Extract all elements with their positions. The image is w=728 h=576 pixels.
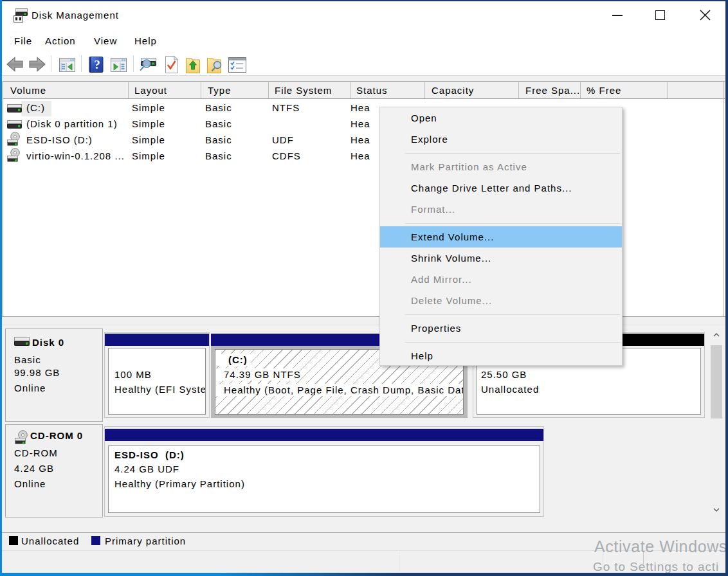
- svg-text:?: ?: [94, 58, 100, 71]
